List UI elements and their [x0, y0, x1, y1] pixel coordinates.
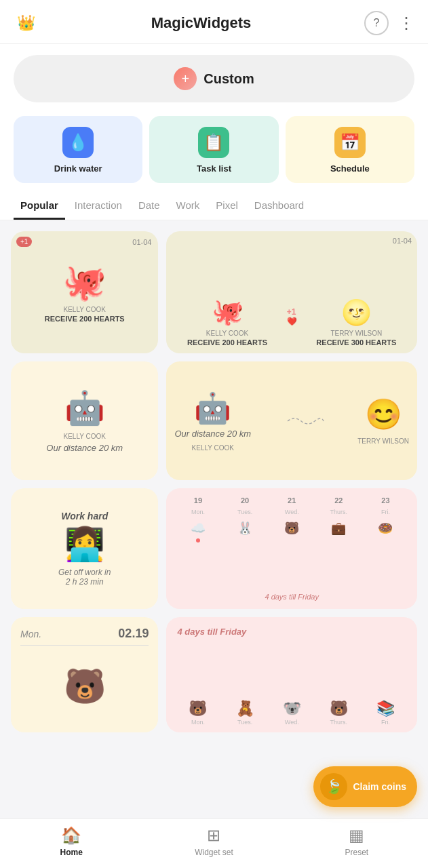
tab-date[interactable]: Date: [132, 191, 167, 220]
widget-card-drink-water[interactable]: 💧 Drink water: [14, 116, 142, 183]
friday-day-thu: 🐻 Thurs.: [315, 700, 362, 726]
schedule-week-card[interactable]: 19 Mon. ☁️ 20 Tues. 🐰 21 Wed. 🐻: [166, 488, 417, 609]
preset-icon: ▦: [349, 826, 364, 845]
work-title: Work hard: [61, 511, 108, 521]
card2-name1: KELLY COOK: [206, 330, 248, 337]
widget-card-task-list[interactable]: 📋 Task list: [149, 116, 278, 183]
distance-double-card[interactable]: 🤖 Our distance 20 km Kelly Cook 😊 Terry …: [166, 361, 417, 480]
friday-day-wed: 🐨 Wed.: [269, 700, 315, 726]
help-button[interactable]: ?: [364, 11, 389, 35]
schedule-day-tue: 20 Tues. 🐰: [222, 496, 269, 542]
category-tabs: Popular Interaction Date Work Pixel Dash…: [0, 191, 428, 220]
friday-day-tue: 🧸 Tues.: [222, 700, 269, 726]
widget-card-schedule[interactable]: 📅 Schedule: [286, 116, 414, 183]
date-mon-label: Mon.: [20, 629, 41, 639]
card2-action2: RECEIVE 300 HEARTS: [316, 338, 396, 347]
tab-interaction[interactable]: Interaction: [68, 191, 129, 220]
friday-day-fri: 📚 Fri.: [362, 700, 409, 726]
card2-name2: TERRY WILSON: [330, 330, 382, 337]
work-getoff: Get off work in2 h 23 min: [58, 568, 111, 587]
card2-date: 01-04: [393, 237, 412, 245]
friday-bears-row: 🐻 Mon. 🧸 Tues. 🐨 Wed. 🐻 Thurs.: [173, 700, 410, 726]
schedule-days-row: 19 Mon. ☁️ 20 Tues. 🐰 21 Wed. 🐻: [174, 496, 409, 542]
widget-set-label: Widget set: [195, 848, 233, 857]
crown-icon: 👑: [14, 11, 38, 35]
tab-work[interactable]: Work: [170, 191, 207, 220]
custom-plus-icon: +: [174, 67, 197, 90]
hearts-single-card[interactable]: +1 01-04 🐙 KELLY COOK RECEIVE 200 HEARTS: [11, 231, 158, 353]
preset-label: Preset: [345, 848, 368, 857]
app-title: MagicWidgets: [151, 14, 252, 32]
hearts-double-card[interactable]: 01-04 🐙 KELLY COOK RECEIVE 200 HEARTS +1…: [166, 231, 417, 353]
drink-water-label: Drink water: [54, 163, 102, 174]
widget-cards-row: 💧 Drink water 📋 Task list 📅 Schedule: [0, 108, 428, 191]
bear-character: 🐻: [20, 650, 149, 723]
robot-char-2: 🤖: [194, 391, 231, 426]
widget-set-icon: ⊞: [207, 826, 220, 845]
bottom-navigation: 🏠 Home ⊞ Widget set ▦ Preset: [0, 818, 428, 868]
nav-preset[interactable]: ▦ Preset: [286, 826, 428, 857]
badge-plus1: +1: [16, 237, 32, 247]
card2-action1: RECEIVE 200 HEARTS: [187, 338, 267, 347]
custom-label: Custom: [203, 71, 254, 87]
friday-bears-card[interactable]: 4 days till Friday 🐻 Mon. 🧸 Tues. 🐨 Wed.: [166, 617, 417, 732]
dist-card2-name2: Terry Wilson: [357, 437, 409, 445]
more-button[interactable]: ⋮: [398, 15, 414, 31]
header: 👑 MagicWidgets ? ⋮: [0, 0, 428, 44]
schedule-day-fri: 23 Fri. 🍩: [362, 496, 409, 542]
custom-button[interactable]: + Custom: [14, 55, 414, 102]
schedule-label: Schedule: [330, 163, 370, 174]
home-icon: 🏠: [61, 826, 81, 845]
work-character: 👩‍💻: [64, 526, 105, 564]
grid-row-3: Work hard 👩‍💻 Get off work in2 h 23 min …: [11, 488, 417, 609]
schedule-day-mon: 19 Mon. ☁️: [174, 496, 221, 542]
date-header-row: Mon. 02.19: [20, 627, 149, 646]
date-num-label: 02.19: [118, 627, 149, 641]
card1-name: KELLY COOK: [63, 306, 105, 313]
claim-coins-button[interactable]: 🍃 Claim coins: [313, 766, 417, 807]
schedule-icon: 📅: [334, 127, 366, 158]
grid-row-2: 🤖 Kelly Cook Our distance 20 km 🤖 Our di…: [11, 361, 417, 480]
friday-day-mon: 🐻 Mon.: [174, 700, 221, 726]
content-grid: +1 01-04 🐙 KELLY COOK RECEIVE 200 HEARTS…: [0, 220, 428, 808]
robot-char-1: 🤖: [64, 389, 105, 427]
dist-card2-dist: Our distance 20 km: [174, 429, 251, 439]
task-list-icon: 📋: [198, 127, 229, 158]
teal-character-1: 🐙: [62, 262, 106, 303]
dist-card1-name: Kelly Cook: [63, 433, 105, 440]
tab-popular[interactable]: Popular: [14, 191, 65, 220]
distance-single-card[interactable]: 🤖 Kelly Cook Our distance 20 km: [11, 361, 158, 480]
grid-row-4: Mon. 02.19 🐻 4 days till Friday 🐻 Mon. 🧸…: [11, 617, 417, 732]
schedule-day-wed: 21 Wed. 🐻: [269, 496, 315, 542]
card1-date: 01-04: [132, 238, 151, 246]
dist-card1-dist: Our distance 20 km: [46, 443, 123, 453]
schedule-day-thu: 22 Thurs. 💼: [315, 496, 362, 542]
task-list-label: Task list: [197, 163, 231, 174]
home-label: Home: [60, 848, 82, 857]
grid-row-1: +1 01-04 🐙 KELLY COOK RECEIVE 200 HEARTS…: [11, 231, 417, 353]
tab-dashboard[interactable]: Dashboard: [248, 191, 311, 220]
nav-home[interactable]: 🏠 Home: [0, 826, 142, 857]
custom-section: + Custom: [0, 44, 428, 108]
tab-pixel[interactable]: Pixel: [209, 191, 245, 220]
nav-widget-set[interactable]: ⊞ Widget set: [142, 826, 285, 857]
date-bear-card[interactable]: Mon. 02.19 🐻: [11, 617, 158, 732]
work-card[interactable]: Work hard 👩‍💻 Get off work in2 h 23 min: [11, 488, 158, 609]
claim-coins-label: Claim coins: [353, 781, 406, 792]
robot-char-3: 😊: [365, 397, 402, 432]
schedule-footer-label: 4 days till Friday: [174, 593, 409, 601]
card1-action: RECEIVE 200 HEARTS: [45, 315, 125, 323]
coin-leaf-icon: 🍃: [320, 773, 347, 800]
drink-water-icon: 💧: [62, 127, 94, 158]
dist-card2-name1: Kelly Cook: [192, 444, 234, 452]
friday-title: 4 days till Friday: [173, 624, 410, 639]
header-actions: ? ⋮: [364, 11, 414, 35]
